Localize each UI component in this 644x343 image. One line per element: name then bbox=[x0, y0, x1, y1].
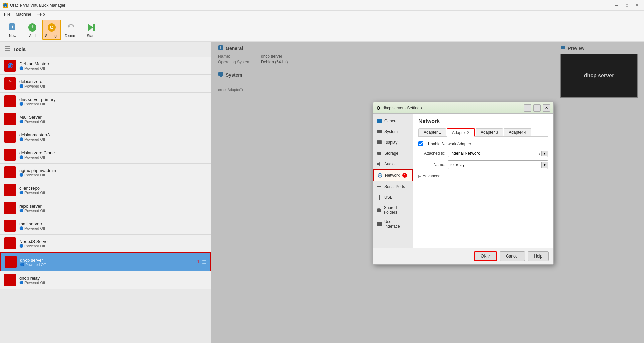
vm-info: debian zero 🔵 Powered Off bbox=[19, 79, 207, 88]
vm-item[interactable]: 64 debian zero 🔵 Powered Off bbox=[0, 75, 211, 93]
dialog-close-button[interactable]: ✕ bbox=[543, 104, 550, 112]
vm-item[interactable]: NodeJS Server 🔵 Powered Off bbox=[0, 235, 211, 252]
vm-item[interactable]: client repo 🔵 Powered Off bbox=[0, 181, 211, 199]
vm-status: 🔵 Powered Off bbox=[19, 209, 207, 213]
svg-text:🌀: 🌀 bbox=[7, 63, 13, 69]
vm-item[interactable]: mail serverr 🔵 Powered Off bbox=[0, 217, 211, 235]
ok-button[interactable]: OK ↗ bbox=[474, 251, 497, 261]
nav-shared-icon bbox=[376, 207, 382, 213]
discard-button[interactable]: Discard bbox=[62, 20, 81, 40]
vm-item[interactable]: dhcp relay 🔵 Powered Off bbox=[0, 271, 211, 289]
name-input[interactable] bbox=[448, 161, 541, 169]
adapter-tab-3[interactable]: Adapter 3 bbox=[476, 128, 503, 136]
dialog-nav: General System Display bbox=[373, 114, 413, 248]
nav-usb-icon bbox=[376, 194, 382, 201]
menu-help[interactable]: Help bbox=[34, 11, 48, 17]
nav-audio-icon bbox=[376, 161, 382, 167]
minimize-button[interactable]: ─ bbox=[612, 1, 621, 9]
settings-label: Settings bbox=[45, 34, 58, 38]
vm-name: Mail Server bbox=[19, 115, 207, 120]
adapter-tab-1[interactable]: Adapter 1 bbox=[418, 128, 446, 136]
nav-display-icon bbox=[376, 139, 382, 146]
maximize-button[interactable]: □ bbox=[623, 1, 631, 9]
menu-machine[interactable]: Machine bbox=[13, 11, 34, 17]
nav-system-icon bbox=[376, 129, 382, 135]
attached-value: Internal Network bbox=[448, 150, 537, 157]
vm-status: 🔵 Powered Off bbox=[19, 66, 207, 70]
nav-display[interactable]: Display bbox=[373, 137, 413, 148]
nav-system[interactable]: System bbox=[373, 126, 413, 137]
vm-item[interactable]: debianmasterr3 🔵 Powered Off bbox=[0, 128, 211, 146]
svg-rect-42 bbox=[377, 186, 381, 187]
advanced-toggle[interactable]: ▶ Advanced bbox=[418, 172, 548, 180]
name-dropdown-arrow[interactable]: ▼ bbox=[541, 162, 548, 168]
vm-name: debianmasterr3 bbox=[19, 132, 207, 137]
add-button[interactable]: + Add bbox=[23, 20, 42, 40]
vm-name: nginx phpmyadmin bbox=[19, 168, 207, 173]
adapter-tab-2[interactable]: Adapter 2 bbox=[447, 128, 475, 137]
dialog-minimize-button[interactable]: ─ bbox=[524, 104, 531, 112]
vm-item[interactable]: dns server primary 🔵 Powered Off bbox=[0, 93, 211, 110]
toolbar: ✦ New + Add Settings bbox=[0, 18, 644, 42]
attached-select[interactable]: Internal Network ↕ ▼ bbox=[448, 150, 548, 157]
close-button[interactable]: ✕ bbox=[633, 1, 641, 9]
cancel-label: Cancel bbox=[506, 254, 518, 259]
vm-item[interactable]: repo server 🔵 Powered Off bbox=[0, 199, 211, 217]
svg-rect-34 bbox=[377, 119, 382, 123]
adapter-tabs: Adapter 1 Adapter 2 Adapter 3 Adapter 4 bbox=[418, 128, 548, 137]
dhcp-server-item[interactable]: dhcp server 🔵 Powered Off 1 ☰ bbox=[0, 252, 211, 271]
ok-arrow: ↗ bbox=[488, 254, 490, 258]
enable-label: Enable Network Adapter bbox=[428, 141, 471, 146]
nav-general[interactable]: General bbox=[373, 116, 413, 126]
list-icon: ☰ bbox=[202, 259, 206, 265]
start-label: Start bbox=[87, 34, 94, 38]
new-button[interactable]: ✦ New bbox=[3, 20, 22, 40]
nav-usb[interactable]: USB bbox=[373, 192, 413, 203]
vm-status: 🔵 Powered Off bbox=[19, 173, 207, 177]
nav-audio[interactable]: Audio bbox=[373, 159, 413, 169]
vm-item[interactable]: 🌀 Debian Masterr 🔵 Powered Off bbox=[0, 57, 211, 75]
dialog-title-text: dhcp server - Settings bbox=[383, 106, 522, 110]
nav-network-label: Network bbox=[385, 173, 400, 178]
nav-network-icon bbox=[377, 172, 383, 178]
cancel-button[interactable]: Cancel bbox=[500, 251, 525, 261]
svg-rect-12 bbox=[5, 46, 10, 47]
vm-name: Debian Masterr bbox=[19, 61, 207, 66]
adapter-tab-4[interactable]: Adapter 4 bbox=[504, 128, 531, 136]
vm-info: Debian Masterr 🔵 Powered Off bbox=[19, 61, 207, 70]
nav-general-icon bbox=[376, 118, 382, 124]
vm-name: debian zero Clone bbox=[19, 150, 207, 155]
vm-icon bbox=[4, 166, 16, 178]
vm-item[interactable]: nginx phpmyadmin 🔵 Powered Off bbox=[0, 164, 211, 181]
settings-button[interactable]: Settings bbox=[42, 20, 61, 40]
vm-status: 🔵 Powered Off bbox=[19, 281, 207, 285]
vm-name: NodeJS Server bbox=[19, 239, 207, 244]
nav-general-label: General bbox=[384, 119, 399, 123]
vm-status: 🔵 Powered Off bbox=[19, 191, 207, 195]
dialog-maximize-button[interactable]: □ bbox=[533, 104, 541, 112]
add-icon: + bbox=[27, 22, 38, 33]
vm-item[interactable]: debian zero Clone 🔵 Powered Off bbox=[0, 146, 211, 164]
vm-status: 🔵 Powered Off bbox=[19, 120, 207, 124]
menu-file[interactable]: File bbox=[1, 11, 13, 17]
vm-status: 🔵 Powered Off bbox=[20, 263, 194, 267]
start-button[interactable]: Start bbox=[81, 20, 100, 40]
nav-serial[interactable]: Serial Ports bbox=[373, 181, 413, 192]
vm-info: Mail Server 🔵 Powered Off bbox=[19, 115, 207, 124]
vm-icon bbox=[4, 149, 16, 161]
svg-text:64: 64 bbox=[9, 80, 12, 83]
nav-ui[interactable]: User Interface bbox=[373, 217, 413, 231]
attached-label: Attached to: bbox=[418, 151, 445, 156]
vm-status: 🔵 Powered Off bbox=[19, 102, 207, 106]
nav-shared[interactable]: Shared Folders bbox=[373, 203, 413, 217]
help-button[interactable]: Help bbox=[528, 251, 549, 261]
svg-marker-10 bbox=[88, 24, 93, 31]
vm-item[interactable]: Mail Server 🔵 Powered Off bbox=[0, 110, 211, 128]
enable-checkbox[interactable] bbox=[418, 141, 423, 146]
attached-arrow[interactable]: ▼ bbox=[541, 151, 548, 156]
dialog-footer: OK ↗ Cancel Help bbox=[373, 248, 553, 264]
svg-point-24 bbox=[6, 186, 14, 194]
nav-storage[interactable]: Storage bbox=[373, 148, 413, 159]
svg-point-25 bbox=[6, 204, 14, 212]
nav-network[interactable]: Network 3 bbox=[373, 169, 413, 181]
